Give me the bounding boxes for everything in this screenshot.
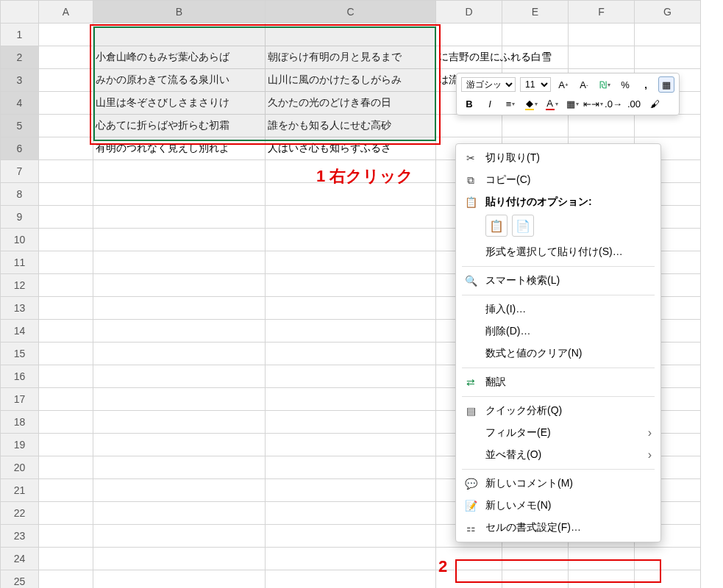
cell-A15[interactable] (39, 343, 93, 365)
cell-B11[interactable] (93, 251, 266, 274)
row-header-21[interactable]: 21 (1, 479, 39, 502)
col-header-E[interactable]: E (502, 1, 569, 24)
borders-icon[interactable]: ▦ (564, 96, 580, 112)
cell-C21[interactable] (266, 479, 436, 502)
row-header-5[interactable]: 5 (1, 115, 39, 137)
cell-D2[interactable]: に吉野の里にふれる白雪 (436, 46, 502, 69)
col-header-B[interactable]: B (93, 1, 266, 24)
menu-filter[interactable]: フィルター(E) (456, 422, 660, 444)
cell-C4[interactable]: 久かたの光のどけき春の日 (266, 92, 436, 115)
menu-clear[interactable]: 数式と値のクリア(N) (456, 343, 660, 365)
fill-color-icon[interactable]: ◆ (523, 96, 539, 112)
cell-B22[interactable] (93, 502, 266, 525)
menu-insert[interactable]: 挿入(I)… (456, 298, 660, 320)
cell-F25[interactable] (569, 570, 635, 589)
row-header-15[interactable]: 15 (1, 343, 39, 365)
row-header-13[interactable]: 13 (1, 297, 39, 320)
cell-B25[interactable] (93, 570, 266, 589)
cell-B1[interactable] (93, 24, 266, 46)
row-header-25[interactable]: 25 (1, 570, 39, 589)
cell-C14[interactable] (266, 320, 436, 343)
decrease-decimal-icon[interactable]: .00 (626, 96, 642, 112)
cell-C9[interactable] (266, 206, 436, 229)
cell-C3[interactable]: 山川に風のかけたるしがらみ (266, 69, 436, 92)
cell-G24[interactable] (635, 548, 701, 570)
row-header-16[interactable]: 16 (1, 365, 39, 388)
menu-sort[interactable]: 並べ替え(O) (456, 444, 660, 466)
cell-F1[interactable] (569, 24, 635, 46)
menu-smart-lookup[interactable]: 🔍 スマート検索(L) (456, 270, 660, 292)
cell-B16[interactable] (93, 365, 266, 388)
cell-B9[interactable] (93, 206, 266, 229)
col-header-D[interactable]: D (436, 1, 502, 24)
cell-B24[interactable] (93, 548, 266, 570)
cell-C18[interactable] (266, 411, 436, 434)
font-size-select[interactable]: 11 (520, 77, 551, 92)
row-header-24[interactable]: 24 (1, 548, 39, 570)
cell-C25[interactable] (266, 570, 436, 589)
cell-D5[interactable] (436, 115, 502, 137)
merge-icon[interactable]: ⇤⇥ (585, 96, 601, 112)
cell-A25[interactable] (39, 570, 93, 589)
row-header-8[interactable]: 8 (1, 183, 39, 206)
cell-A10[interactable] (39, 229, 93, 251)
accounting-format-icon[interactable]: ₪ (596, 76, 613, 93)
cell-A24[interactable] (39, 548, 93, 570)
cell-C19[interactable] (266, 434, 436, 456)
row-header-11[interactable]: 11 (1, 251, 39, 274)
cell-A1[interactable] (39, 24, 93, 46)
menu-copy[interactable]: ⧉ コピー(C) (456, 169, 660, 191)
row-header-14[interactable]: 14 (1, 320, 39, 343)
cell-C20[interactable] (266, 456, 436, 479)
cell-A4[interactable] (39, 92, 93, 115)
font-color-icon[interactable]: A (544, 96, 560, 112)
select-all-corner[interactable] (1, 1, 39, 24)
format-painter-icon[interactable]: 🖌 (647, 96, 663, 112)
cell-F5[interactable] (569, 115, 635, 137)
cell-B14[interactable] (93, 320, 266, 343)
cell-G1[interactable] (635, 24, 701, 46)
cell-B12[interactable] (93, 274, 266, 297)
cell-C12[interactable] (266, 274, 436, 297)
cell-B8[interactable] (93, 183, 266, 206)
menu-translate[interactable]: ⇄ 翻訳 (456, 371, 660, 393)
cell-E2[interactable] (502, 46, 569, 69)
cell-A16[interactable] (39, 365, 93, 388)
cell-B4[interactable]: 山里は冬ぞさびしさまさりけ (93, 92, 266, 115)
col-header-F[interactable]: F (569, 1, 635, 24)
increase-decimal-icon[interactable]: .0→ (605, 96, 622, 112)
cell-A9[interactable] (39, 206, 93, 229)
cell-G2[interactable] (635, 46, 701, 69)
cell-B13[interactable] (93, 297, 266, 320)
cell-C15[interactable] (266, 343, 436, 365)
cell-C23[interactable] (266, 525, 436, 548)
cell-A2[interactable] (39, 46, 93, 69)
row-header-22[interactable]: 22 (1, 502, 39, 525)
menu-new-comment[interactable]: 💬 新しいコメント(M) (456, 473, 660, 495)
conditional-format-icon[interactable]: ▦ (658, 76, 674, 93)
cell-A14[interactable] (39, 320, 93, 343)
cell-C6[interactable]: 人はいさ心も知らずふるさ (266, 137, 436, 160)
cell-D1[interactable] (436, 24, 502, 46)
row-header-10[interactable]: 10 (1, 229, 39, 251)
cell-B15[interactable] (93, 343, 266, 365)
cell-B20[interactable] (93, 456, 266, 479)
cell-E24[interactable] (502, 548, 569, 570)
row-header-2[interactable]: 2 (1, 46, 39, 69)
row-header-17[interactable]: 17 (1, 388, 39, 411)
row-header-12[interactable]: 12 (1, 274, 39, 297)
cell-A20[interactable] (39, 456, 93, 479)
row-header-20[interactable]: 20 (1, 456, 39, 479)
cell-B7[interactable] (93, 160, 266, 183)
font-name-select[interactable]: 游ゴシック (461, 77, 516, 92)
cell-B6[interactable]: 有明のつれなく見えし別れよ (93, 137, 266, 160)
cell-B19[interactable] (93, 434, 266, 456)
cell-B21[interactable] (93, 479, 266, 502)
align-icon[interactable]: ≡ (502, 96, 519, 112)
menu-new-note[interactable]: 📝 新しいメモ(N) (456, 495, 660, 517)
cell-C22[interactable] (266, 502, 436, 525)
cell-E1[interactable] (502, 24, 569, 46)
paste-values-icon[interactable]: 📄 (512, 215, 534, 237)
cell-C5[interactable]: 誰をかも知る人にせむ高砂 (266, 115, 436, 137)
cell-F24[interactable] (569, 548, 635, 570)
